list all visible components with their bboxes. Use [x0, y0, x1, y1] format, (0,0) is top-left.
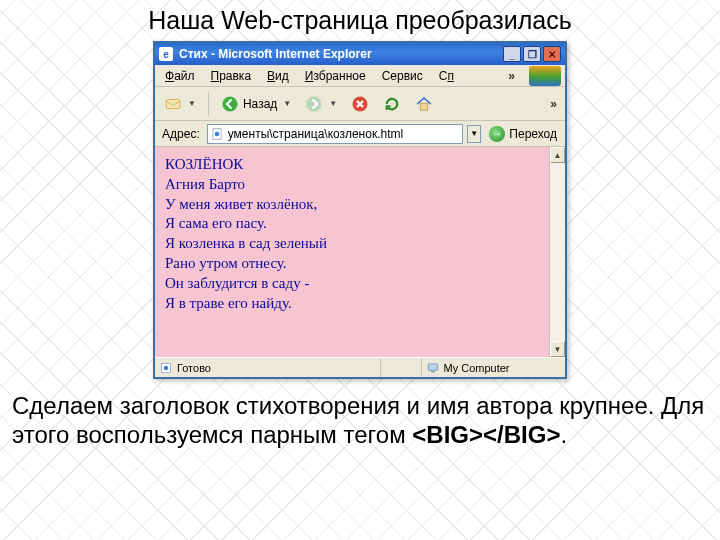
svg-rect-10 — [431, 370, 435, 372]
menubar: Файл Правка Вид Избранное Сервис Сп » — [155, 65, 565, 87]
toolbar: ▼ Назад ▼ ▼ — [155, 87, 565, 121]
status-bar: Готово My Computer — [155, 357, 565, 377]
svg-rect-9 — [428, 363, 437, 369]
go-label: Переход — [509, 127, 557, 141]
menu-file-label: айл — [174, 69, 194, 83]
page-heading: Наша Web-страница преобразилась — [90, 0, 630, 39]
menu-tools[interactable]: Сервис — [376, 67, 429, 85]
mail-button[interactable]: ▼ — [159, 91, 201, 117]
big-tag-example: <BIG></BIG> — [412, 421, 560, 448]
poem-line: Я козленка в сад зеленый — [165, 234, 539, 254]
go-arrow-icon: → — [489, 126, 505, 142]
zone-label: My Computer — [444, 362, 510, 374]
back-button[interactable]: Назад ▼ — [216, 91, 296, 117]
address-field[interactable]: ументы\страница\козленок.html — [207, 124, 464, 144]
menu-view-label: ид — [275, 69, 289, 83]
toolbar-overflow[interactable]: » — [546, 97, 561, 111]
home-button[interactable] — [410, 91, 438, 117]
menu-file[interactable]: Файл — [159, 67, 201, 85]
windows-logo-icon — [529, 66, 561, 86]
mail-icon — [164, 95, 182, 113]
menu-edit-label: равка — [219, 69, 251, 83]
scroll-track[interactable] — [550, 163, 565, 341]
poem-title: КОЗЛЁНОК — [165, 155, 539, 175]
poem-line: Рано утром отнесу. — [165, 254, 539, 274]
ie-app-icon: e — [159, 47, 173, 61]
explainer-text: Сделаем заголовок стихотворения и имя ав… — [0, 387, 720, 450]
svg-point-2 — [307, 96, 322, 111]
refresh-icon — [383, 95, 401, 113]
menu-favorites-label: збранное — [313, 69, 365, 83]
poem-line: У меня живет козлёнок, — [165, 195, 539, 215]
menu-overflow[interactable]: » — [504, 69, 519, 83]
close-button[interactable]: ✕ — [543, 46, 561, 62]
minimize-button[interactable]: _ — [503, 46, 521, 62]
menu-tools-label: ервис — [390, 69, 422, 83]
svg-rect-0 — [166, 99, 180, 108]
address-bar: Адрес: ументы\страница\козленок.html ▼ →… — [155, 121, 565, 147]
address-dropdown[interactable]: ▼ — [467, 125, 481, 143]
poem-line: Он заблудится в саду - — [165, 274, 539, 294]
menu-help-cut[interactable]: Сп — [433, 67, 460, 85]
back-arrow-icon — [221, 95, 239, 113]
window-titlebar[interactable]: e Стих - Microsoft Internet Explorer _ ❐… — [155, 43, 565, 65]
poem-line: Я сама его пасу. — [165, 214, 539, 234]
restore-button[interactable]: ❐ — [523, 46, 541, 62]
svg-point-1 — [222, 96, 237, 111]
window-title: Стих - Microsoft Internet Explorer — [179, 47, 497, 61]
menu-view[interactable]: Вид — [261, 67, 295, 85]
forward-arrow-icon — [305, 95, 323, 113]
done-icon — [159, 361, 173, 375]
stop-button[interactable] — [346, 91, 374, 117]
svg-rect-4 — [420, 103, 428, 110]
page-content: КОЗЛЁНОК Агния Барто У меня живет козлён… — [155, 147, 549, 357]
address-value: ументы\страница\козленок.html — [228, 127, 461, 141]
go-button[interactable]: → Переход — [485, 126, 561, 142]
forward-button[interactable]: ▼ — [300, 91, 342, 117]
back-label: Назад — [243, 97, 277, 111]
stop-icon — [351, 95, 369, 113]
poem-author: Агния Барто — [165, 175, 539, 195]
svg-point-8 — [164, 365, 169, 370]
ie-window: e Стих - Microsoft Internet Explorer _ ❐… — [153, 41, 567, 379]
page-viewport: КОЗЛЁНОК Агния Барто У меня живет козлён… — [155, 147, 565, 357]
my-computer-icon — [426, 361, 440, 375]
html-doc-icon — [210, 127, 224, 141]
refresh-button[interactable] — [378, 91, 406, 117]
scroll-down-button[interactable]: ▼ — [550, 341, 565, 357]
svg-point-6 — [214, 131, 219, 136]
status-text: Готово — [177, 362, 211, 374]
vertical-scrollbar[interactable]: ▲ ▼ — [549, 147, 565, 357]
poem-line: Я в траве его найду. — [165, 294, 539, 314]
menu-edit[interactable]: Правка — [205, 67, 258, 85]
scroll-up-button[interactable]: ▲ — [550, 147, 565, 163]
menu-favorites[interactable]: Избранное — [299, 67, 372, 85]
home-icon — [415, 95, 433, 113]
address-label: Адрес: — [159, 127, 203, 141]
